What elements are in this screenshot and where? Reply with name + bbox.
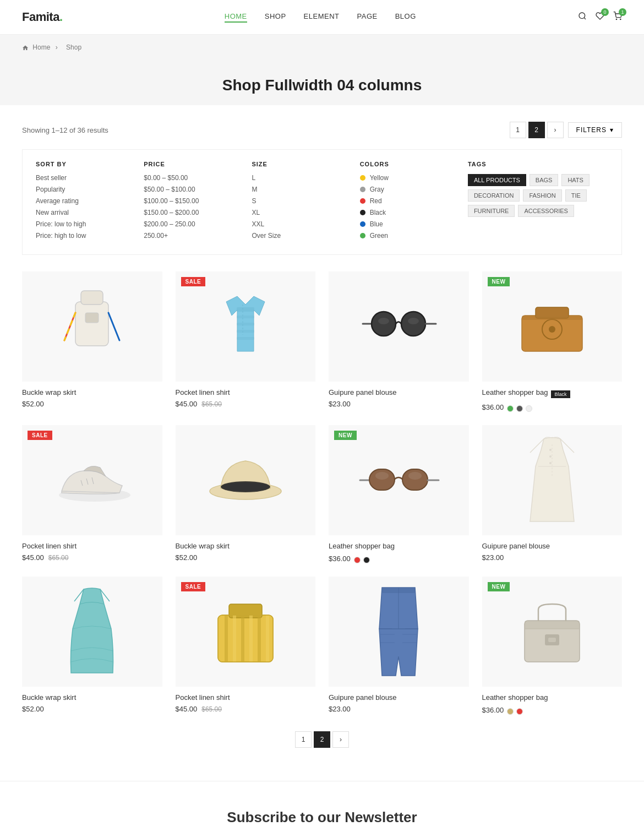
wishlist-button[interactable]: ♡: [193, 360, 210, 376]
tag-decoration[interactable]: DECORATION: [468, 189, 520, 202]
color-option[interactable]: Black: [360, 209, 468, 216]
breadcrumb-home[interactable]: Home: [32, 44, 50, 51]
swatch[interactable]: [526, 405, 532, 412]
add-to-cart-button[interactable]: ADD TO CART: [522, 666, 582, 680]
size-option[interactable]: XXL: [252, 220, 359, 228]
quick-view-button[interactable]: ↔: [587, 513, 604, 530]
wishlist-button[interactable]: ♡: [500, 360, 516, 376]
color-option[interactable]: Red: [360, 197, 468, 205]
nav-page[interactable]: PAGE: [357, 12, 378, 23]
swatch[interactable]: [516, 405, 523, 412]
wishlist-button[interactable]: ♡: [40, 665, 57, 681]
wishlist-icon[interactable]: 0: [596, 12, 604, 23]
add-to-cart-button[interactable]: ADD TO CART: [522, 361, 582, 375]
quick-view-button[interactable]: ↔: [281, 665, 297, 681]
product-card[interactable]: ♡ ADD TO CART ↔ Guipure panel blouse $23…: [329, 271, 469, 412]
quick-view-button[interactable]: ↔: [281, 513, 297, 530]
price-option[interactable]: $200.00 – 250.00: [144, 220, 252, 228]
tag-fashion[interactable]: FASHION: [523, 189, 561, 202]
product-card[interactable]: ♡ ADD TO CART ↔ Buckle wrap skirt $52.00: [176, 425, 316, 563]
price-option[interactable]: $0.00 – $50.00: [144, 174, 252, 182]
size-option[interactable]: L: [252, 174, 359, 182]
color-option[interactable]: Green: [360, 232, 468, 240]
quick-view-button[interactable]: ↔: [434, 665, 451, 681]
tag-bags[interactable]: BAGS: [530, 174, 559, 186]
add-to-cart-button[interactable]: ADD TO CART: [369, 666, 429, 680]
nav-blog[interactable]: BLOG: [395, 12, 416, 23]
quick-view-button[interactable]: ↔: [128, 665, 144, 681]
search-icon[interactable]: [578, 12, 587, 23]
product-card[interactable]: ♡ ADD TO CART ↔ Buckle wrap skirt $52.00: [22, 577, 162, 715]
wishlist-button[interactable]: ♡: [193, 513, 210, 530]
tag-accessories[interactable]: ACCESSORIES: [518, 205, 574, 217]
add-to-cart-button[interactable]: ADD TO CART: [522, 514, 582, 529]
nav-element[interactable]: ELEMENT: [304, 12, 340, 23]
wishlist-button[interactable]: ♡: [40, 360, 57, 376]
swatch[interactable]: [354, 557, 361, 563]
wishlist-button[interactable]: ♡: [500, 665, 516, 681]
swatch[interactable]: [507, 405, 514, 412]
quick-view-button[interactable]: ↔: [128, 360, 144, 376]
product-card[interactable]: SALE ♡ ADD TO CART ↔ Pocket linen shirt: [176, 271, 316, 412]
quick-view-button[interactable]: ↔: [434, 513, 451, 530]
price-option[interactable]: 250.00+: [144, 232, 252, 240]
wishlist-button[interactable]: ♡: [500, 513, 516, 530]
product-card[interactable]: SALE ♡ ADD TO CART ↔ Pocket linen shirt: [22, 425, 162, 563]
sort-option[interactable]: Popularity: [36, 186, 144, 193]
wishlist-button[interactable]: ♡: [40, 513, 57, 530]
price-option[interactable]: $100.00 – $150.00: [144, 197, 252, 205]
nav-home[interactable]: HOME: [225, 12, 247, 23]
product-card[interactable]: ♡ ADD TO CART ↔ Buckle wrap skirt $52.00: [22, 271, 162, 412]
nav-shop[interactable]: SHOP: [265, 12, 286, 23]
quick-view-button[interactable]: ↔: [587, 360, 604, 376]
quick-view-button[interactable]: ↔: [281, 360, 297, 376]
quick-view-button[interactable]: ↔: [128, 513, 144, 530]
color-option[interactable]: Gray: [360, 186, 468, 193]
add-to-cart-button[interactable]: ADD TO CART: [215, 361, 275, 375]
tag-tie[interactable]: TIE: [565, 189, 587, 202]
add-to-cart-button[interactable]: ADD TO CART: [62, 666, 122, 680]
add-to-cart-button[interactable]: ADD TO CART: [62, 514, 122, 529]
page-2-btn[interactable]: 2: [528, 122, 545, 138]
product-card[interactable]: NEW ♡ ADD TO CART ↔ Leather shopper bag …: [482, 271, 623, 412]
quick-view-button[interactable]: ↔: [587, 665, 604, 681]
page-1-btn[interactable]: 1: [510, 122, 526, 138]
add-to-cart-button[interactable]: ADD TO CART: [215, 666, 275, 680]
add-to-cart-button[interactable]: ADD TO CART: [62, 361, 122, 375]
product-card[interactable]: ♡ ADD TO CART ↔ Guipure panel blouse $23…: [482, 425, 623, 563]
size-option[interactable]: XL: [252, 209, 359, 216]
page-next-btn[interactable]: ›: [547, 122, 564, 138]
size-option[interactable]: M: [252, 186, 359, 193]
swatch[interactable]: [507, 708, 514, 715]
wishlist-button[interactable]: ♡: [347, 513, 363, 530]
sort-option[interactable]: Price: low to high: [36, 220, 144, 228]
quick-view-button[interactable]: ↔: [434, 360, 451, 376]
price-option[interactable]: $50.00 – $100.00: [144, 186, 252, 193]
product-card[interactable]: SALE ♡ ADD TO CART ↔: [176, 577, 316, 715]
swatch[interactable]: [516, 708, 523, 715]
color-option[interactable]: Blue: [360, 220, 468, 228]
price-option[interactable]: $150.00 – $200.00: [144, 209, 252, 216]
add-to-cart-button[interactable]: ADD TO CART: [215, 514, 275, 529]
sort-option[interactable]: Average rating: [36, 197, 144, 205]
sort-option[interactable]: Best seller: [36, 174, 144, 182]
add-to-cart-button[interactable]: ADD TO CART: [369, 514, 429, 529]
cart-icon[interactable]: 1: [613, 12, 622, 23]
product-card[interactable]: NEW ♡ ADD TO CART ↔ Leather shopper bag: [329, 425, 469, 563]
wishlist-button[interactable]: ♡: [193, 665, 210, 681]
filters-button[interactable]: FILTERS ▾: [568, 122, 622, 138]
color-option[interactable]: Yellow: [360, 174, 468, 182]
size-option[interactable]: Over Size: [252, 232, 359, 240]
page-2-bottom[interactable]: 2: [314, 731, 330, 748]
wishlist-button[interactable]: ♡: [347, 360, 363, 376]
wishlist-button[interactable]: ♡: [347, 665, 363, 681]
swatch[interactable]: [363, 557, 370, 563]
tag-hats[interactable]: HATS: [561, 174, 590, 186]
tag-furniture[interactable]: FURNITURE: [468, 205, 515, 217]
sort-option[interactable]: New arrival: [36, 209, 144, 216]
product-card[interactable]: NEW ♡ ADD TO CART ↔ Leather shopper bag: [482, 577, 623, 715]
page-1-bottom[interactable]: 1: [295, 731, 312, 748]
logo[interactable]: Famita.: [22, 10, 63, 24]
tag-all-products[interactable]: ALL PRODUCTS: [468, 174, 526, 186]
sort-option[interactable]: Price: high to low: [36, 232, 144, 240]
